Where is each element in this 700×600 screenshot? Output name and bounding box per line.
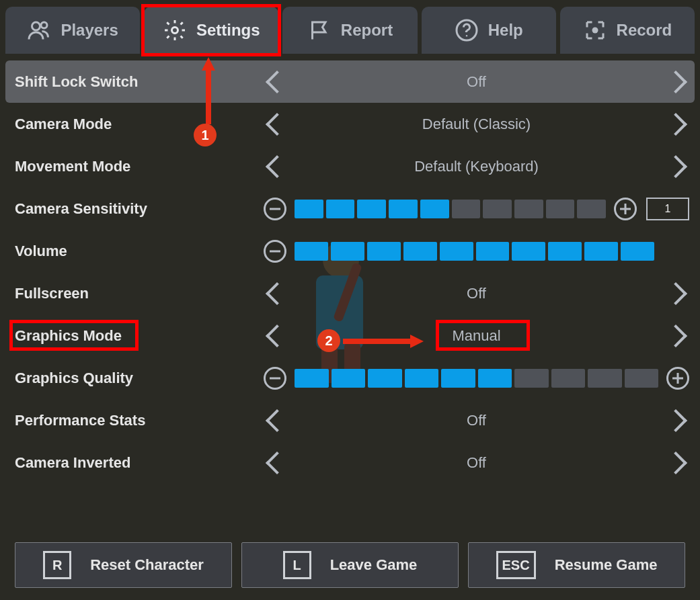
slider-segment: [483, 200, 512, 218]
settings-panel: Shift Lock Switch Off Camera Mode Defaul…: [5, 60, 695, 484]
decrease-button[interactable]: [264, 69, 290, 95]
slider-segment: [512, 242, 545, 261]
tab-label: Help: [488, 21, 523, 40]
setting-fullscreen: Fullscreen Off: [5, 272, 695, 314]
help-icon: [455, 18, 479, 42]
keycap-esc: ESC: [496, 551, 536, 579]
setting-value: Off: [290, 73, 662, 91]
resume-game-button[interactable]: ESC Resume Game: [468, 542, 685, 588]
minus-button[interactable]: [264, 198, 286, 220]
chevron-right-icon: [664, 282, 687, 305]
slider-segment: [326, 200, 355, 218]
slider-segment: [367, 242, 401, 261]
decrease-button[interactable]: [264, 323, 290, 349]
increase-button[interactable]: [662, 449, 689, 476]
setting-label: Fullscreen: [15, 285, 264, 302]
slider-segment: [452, 200, 481, 218]
slider-segment: [476, 242, 510, 261]
setting-label: Performance Stats: [15, 412, 264, 429]
leave-game-button[interactable]: L Leave Game: [241, 542, 459, 588]
increase-button[interactable]: [662, 111, 689, 138]
tab-label: Settings: [196, 21, 260, 40]
decrease-button[interactable]: [264, 153, 290, 180]
decrease-button[interactable]: [264, 407, 290, 434]
svg-point-0: [32, 22, 40, 30]
setting-label: Camera Sensitivity: [15, 200, 264, 218]
chevron-left-icon: [266, 452, 288, 474]
setting-value: Off: [290, 412, 662, 429]
slider-segment: [357, 200, 386, 218]
chevron-right-icon: [664, 71, 687, 93]
slider-segment: [368, 369, 402, 388]
annotation-arrow-1: [202, 57, 215, 127]
slider-segment: [577, 200, 606, 218]
increase-button[interactable]: [662, 153, 689, 180]
annotation-arrow-2: [343, 335, 424, 351]
minus-button[interactable]: [264, 367, 286, 390]
flag-icon: [307, 18, 332, 42]
setting-label: Camera Inverted: [15, 454, 264, 472]
slider-segment: [588, 369, 622, 388]
button-label: Leave Game: [330, 556, 418, 574]
setting-value: Default (Keyboard): [290, 158, 662, 175]
svg-point-4: [466, 35, 467, 36]
slider-segment: [441, 369, 475, 388]
annotation-badge-1: 1: [194, 124, 217, 146]
record-icon: [583, 18, 607, 42]
increase-button[interactable]: [662, 280, 689, 307]
tab-settings[interactable]: Settings: [144, 7, 278, 54]
slider-camera-sensitivity[interactable]: [295, 200, 606, 218]
setting-label: Shift Lock Switch: [15, 73, 264, 91]
setting-graphics-quality: Graphics Quality: [5, 357, 695, 399]
tab-record[interactable]: Record: [560, 7, 695, 54]
increase-button[interactable]: [662, 407, 689, 434]
setting-volume: Volume: [5, 230, 695, 272]
slider-segment: [295, 200, 323, 218]
setting-movement-mode: Movement Mode Default (Keyboard): [5, 145, 695, 187]
chevron-left-icon: [266, 71, 288, 93]
svg-point-2: [171, 28, 178, 34]
setting-camera-inverted: Camera Inverted Off: [5, 441, 695, 484]
chevron-left-icon: [266, 409, 288, 432]
tab-bar: Players Settings Report Help Record: [0, 0, 700, 54]
svg-point-5: [592, 28, 598, 34]
setting-value: Off: [290, 285, 662, 302]
chevron-right-icon: [664, 155, 687, 178]
tab-label: Report: [341, 21, 393, 40]
chevron-right-icon: [664, 452, 687, 474]
svg-marker-7: [343, 335, 424, 348]
decrease-button[interactable]: [264, 280, 290, 307]
slider-segment: [403, 242, 437, 261]
plus-button[interactable]: [666, 367, 689, 390]
tab-report[interactable]: Report: [282, 7, 417, 54]
setting-label: Graphics Mode: [15, 327, 264, 345]
minus-button[interactable]: [264, 240, 286, 263]
increase-button[interactable]: [662, 323, 689, 349]
setting-camera-mode: Camera Mode Default (Classic): [5, 103, 695, 145]
setting-performance-stats: Performance Stats Off: [5, 399, 695, 441]
slider-segment: [389, 200, 418, 218]
tab-help[interactable]: Help: [422, 7, 556, 54]
decrease-button[interactable]: [264, 111, 290, 138]
slider-segment: [548, 242, 582, 261]
tab-label: Record: [617, 21, 672, 40]
plus-button[interactable]: [614, 198, 637, 220]
increase-button[interactable]: [662, 69, 689, 95]
slider-segment: [584, 242, 618, 261]
svg-marker-6: [202, 57, 215, 124]
chevron-left-icon: [266, 155, 288, 178]
svg-point-1: [41, 22, 47, 28]
slider-segment: [478, 369, 512, 388]
keycap-r: R: [43, 551, 71, 579]
chevron-left-icon: [266, 325, 288, 347]
reset-character-button[interactable]: R Reset Character: [15, 542, 232, 588]
decrease-button[interactable]: [264, 449, 290, 476]
tab-players[interactable]: Players: [5, 7, 140, 54]
bottom-bar: R Reset Character L Leave Game ESC Resum…: [0, 542, 700, 588]
slider-segment: [551, 369, 586, 388]
sensitivity-value-box[interactable]: 1: [646, 198, 689, 220]
slider-volume[interactable]: [295, 242, 654, 261]
chevron-right-icon: [664, 325, 687, 347]
slider-graphics-quality[interactable]: [295, 369, 658, 388]
setting-label: Camera Mode: [15, 116, 264, 133]
